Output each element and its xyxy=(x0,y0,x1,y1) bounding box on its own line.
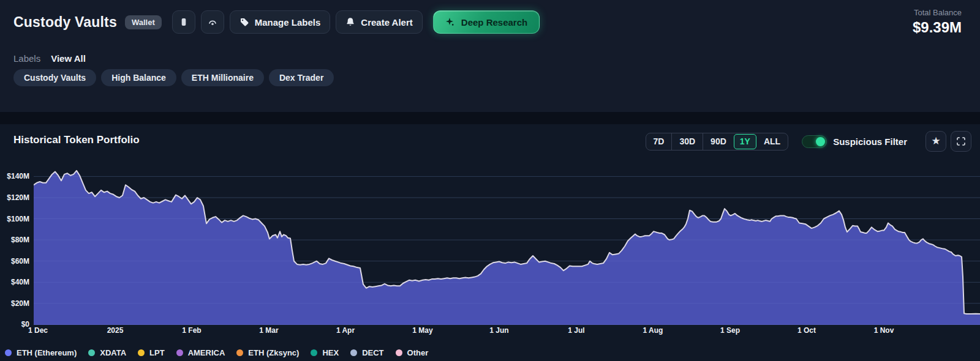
suspicious-filter-label: Suspicious Filter xyxy=(833,136,907,147)
x-tick-label: 1 May xyxy=(412,326,432,335)
deep-research-button[interactable]: Deep Research xyxy=(433,10,540,34)
y-tick-label: $60M xyxy=(0,257,29,266)
legend-dot xyxy=(396,349,402,356)
range-7d[interactable]: 7D xyxy=(646,133,672,150)
y-tick-label: $140M xyxy=(0,172,29,180)
copy-address-button[interactable] xyxy=(172,10,195,34)
total-balance-value: $9.39M xyxy=(913,19,962,36)
x-tick-label: 1 Apr xyxy=(336,326,355,335)
fullscreen-icon xyxy=(956,136,966,146)
legend-item-america[interactable]: AMERICA xyxy=(176,348,225,357)
x-tick-label: 1 Jul xyxy=(568,326,584,335)
y-tick-label: $100M xyxy=(0,215,29,223)
legend-label: DECT xyxy=(362,348,383,357)
legend-label: LPT xyxy=(149,348,165,357)
legend-item-dect[interactable]: DECT xyxy=(350,348,383,357)
y-tick-label: $20M xyxy=(0,299,29,308)
legend-item-eth-zksync[interactable]: ETH (Zksync) xyxy=(236,348,299,357)
x-tick-label: 1 Nov xyxy=(874,326,894,335)
legend-label: XDATA xyxy=(100,348,126,357)
legend-dot xyxy=(138,349,145,356)
chip-custody-vaults[interactable]: Custody Vaults xyxy=(13,69,96,86)
create-alert-label: Create Alert xyxy=(361,17,412,28)
header-row: Custody Vaults Wallet Manage Labels xyxy=(13,10,540,34)
legend-item-eth-ethereum[interactable]: ETH (Ethereum) xyxy=(5,348,77,357)
y-tick-label: $80M xyxy=(0,236,29,244)
watch-wallet-button[interactable] xyxy=(201,10,224,34)
legend-dot xyxy=(176,349,183,356)
x-tick-label: 1 Oct xyxy=(797,326,816,335)
view-all-link[interactable]: View All xyxy=(51,53,86,64)
x-tick-label: 1 Jun xyxy=(489,326,508,335)
page-title: Custody Vaults xyxy=(13,14,117,31)
tag-icon xyxy=(239,17,249,27)
favorite-button[interactable]: ★ xyxy=(925,131,946,152)
x-axis: 1 Dec20251 Feb1 Mar1 Apr1 May1 Jun1 Jul1… xyxy=(34,326,980,336)
legend-dot xyxy=(236,349,243,356)
chart-legend: ETH (Ethereum)XDATALPTAMERICAETH (Zksync… xyxy=(5,348,428,357)
legend-label: ETH (Zksync) xyxy=(248,348,299,357)
range-all[interactable]: ALL xyxy=(756,133,788,150)
x-tick-label: 1 Feb xyxy=(182,326,201,335)
legend-dot xyxy=(5,349,12,356)
x-tick-label: 1 Aug xyxy=(643,326,663,335)
range-30d[interactable]: 30D xyxy=(671,133,703,150)
legend-item-lpt[interactable]: LPT xyxy=(138,348,165,357)
x-tick-label: 1 Dec xyxy=(28,326,48,335)
suspicious-filter-toggle[interactable] xyxy=(802,135,827,148)
star-icon: ★ xyxy=(931,136,940,146)
top-section: Custody Vaults Wallet Manage Labels xyxy=(0,0,980,112)
y-tick-label: $0 xyxy=(0,320,29,329)
legend-label: Other xyxy=(407,348,429,357)
labels-row: Labels View All xyxy=(13,53,86,64)
label-chips: Custody Vaults High Balance ETH Milliona… xyxy=(13,69,334,86)
labels-title: Labels xyxy=(13,53,40,64)
legend-item-hex[interactable]: HEX xyxy=(311,348,339,357)
portfolio-area-chart[interactable] xyxy=(34,156,980,325)
legend-label: HEX xyxy=(322,348,339,357)
legend-dot xyxy=(88,349,95,356)
chart-controls: 7D 30D 90D 1Y ALL Suspicious Filter ★ xyxy=(646,131,971,152)
bell-icon xyxy=(345,17,355,27)
device-icon xyxy=(179,17,189,27)
time-range-group: 7D 30D 90D 1Y ALL xyxy=(646,133,789,151)
chip-high-balance[interactable]: High Balance xyxy=(101,69,176,86)
legend-dot xyxy=(311,349,317,356)
create-alert-button[interactable]: Create Alert xyxy=(336,10,422,34)
range-90d[interactable]: 90D xyxy=(703,133,734,150)
x-tick-label: 2025 xyxy=(107,326,124,335)
total-balance: Total Balance $9.39M xyxy=(913,8,962,36)
manage-labels-label: Manage Labels xyxy=(255,17,321,28)
legend-item-other[interactable]: Other xyxy=(396,348,429,357)
y-tick-label: $120M xyxy=(0,193,29,202)
legend-label: ETH (Ethereum) xyxy=(17,348,77,357)
radar-icon xyxy=(207,17,218,28)
chip-dex-trader[interactable]: Dex Trader xyxy=(269,69,334,86)
legend-item-xdata[interactable]: XDATA xyxy=(88,348,126,357)
total-balance-label: Total Balance xyxy=(913,8,962,17)
fullscreen-button[interactable] xyxy=(951,131,971,152)
deep-research-label: Deep Research xyxy=(461,17,527,28)
toggle-knob xyxy=(816,137,825,146)
manage-labels-button[interactable]: Manage Labels xyxy=(230,10,331,34)
y-tick-label: $40M xyxy=(0,278,29,286)
x-tick-label: 1 Sep xyxy=(720,326,740,335)
y-axis: $140M$120M$100M$80M$60M$40M$20M$0 xyxy=(0,156,29,331)
x-tick-label: 1 Mar xyxy=(259,326,278,335)
chart-panel: Historical Token Portfolio 7D 30D 90D 1Y… xyxy=(0,124,980,361)
wallet-badge: Wallet xyxy=(125,15,162,29)
legend-dot xyxy=(350,349,357,356)
sparkle-icon xyxy=(445,17,455,27)
chart-title: Historical Token Portfolio xyxy=(13,134,140,146)
range-1y-selected[interactable]: 1Y xyxy=(734,134,756,149)
chip-eth-millionaire[interactable]: ETH Millionaire xyxy=(181,69,264,86)
legend-label: AMERICA xyxy=(188,348,225,357)
